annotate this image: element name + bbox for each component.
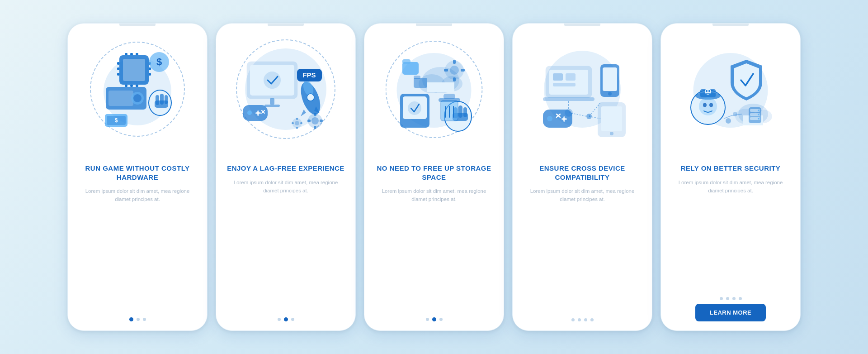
svg-rect-67 <box>461 69 465 72</box>
card-4-body: Lorem ipsum dolor sit dim amet, mea regi… <box>524 187 641 204</box>
svg-rect-48 <box>314 113 316 116</box>
svg-rect-8 <box>125 53 127 55</box>
card-5-dots <box>720 297 742 300</box>
svg-point-115 <box>708 90 710 92</box>
dot-1 <box>426 318 429 321</box>
svg-rect-9 <box>130 53 133 55</box>
svg-rect-61 <box>427 82 454 92</box>
dot-2 <box>578 318 581 321</box>
svg-point-53 <box>295 121 299 125</box>
svg-rect-64 <box>453 60 456 64</box>
card-5-body: Lorem ipsum dolor sit dim amet, mea regi… <box>672 178 789 195</box>
svg-rect-4 <box>117 73 119 76</box>
svg-point-101 <box>547 116 552 121</box>
svg-rect-1 <box>123 59 145 81</box>
card-4-content: ENSURE CROSS DEVICE COMPATIBILITY Lorem … <box>513 159 652 330</box>
svg-point-113 <box>705 88 711 95</box>
card-4-illustration <box>513 24 652 159</box>
svg-rect-70 <box>414 78 427 88</box>
svg-point-41 <box>307 94 314 101</box>
learn-more-button[interactable]: LEARN MORE <box>695 304 766 321</box>
dot-3 <box>143 318 146 321</box>
svg-point-94 <box>608 92 612 96</box>
svg-point-128 <box>758 114 760 115</box>
svg-point-30 <box>264 72 280 88</box>
card-1-content: RUN GAME WITHOUT COSTLY HARDWARE Lorem i… <box>68 159 207 330</box>
dot-3 <box>732 297 736 300</box>
card-3-title: NO NEED TO FREE UP STORAGE SPACE <box>375 164 493 182</box>
svg-rect-88 <box>543 97 594 101</box>
svg-point-118 <box>709 103 713 107</box>
svg-rect-91 <box>553 83 576 86</box>
svg-rect-36 <box>255 112 261 114</box>
svg-point-117 <box>703 103 707 107</box>
svg-text:$: $ <box>156 56 162 67</box>
svg-rect-65 <box>453 77 456 81</box>
card-1-illustration: $ $ <box>68 24 207 159</box>
card-2-illustration: FPS <box>216 24 355 159</box>
dot-2 <box>137 318 140 321</box>
svg-rect-69 <box>402 59 410 64</box>
svg-text:FPS: FPS <box>302 71 316 79</box>
dot-2 <box>284 317 288 321</box>
svg-text:$: $ <box>115 117 118 124</box>
dot-4 <box>590 318 594 321</box>
svg-rect-71 <box>414 76 420 79</box>
dot-2 <box>432 317 436 321</box>
svg-rect-105 <box>561 118 567 120</box>
svg-point-34 <box>247 110 252 115</box>
dot-4 <box>739 297 742 300</box>
dot-3 <box>291 318 294 321</box>
svg-rect-7 <box>149 73 151 76</box>
dot-1 <box>129 317 133 321</box>
card-2-title: ENJOY A LAG-FREE EXPERIENCE <box>227 164 344 173</box>
svg-rect-50 <box>307 120 311 122</box>
card-2-content: ENJOY A LAG-FREE EXPERIENCE Lorem ipsum … <box>216 159 355 330</box>
card-5-title: RELY ON BETTER SECURITY <box>681 164 781 173</box>
dot-3 <box>584 318 587 321</box>
card-1-dots <box>129 317 146 321</box>
svg-rect-49 <box>314 126 316 129</box>
svg-point-131 <box>733 112 737 116</box>
cards-container: $ $ RUN GAME WITHOUT COSTLY HARDWA <box>58 14 810 340</box>
svg-point-19 <box>133 94 142 102</box>
dot-1 <box>720 297 723 300</box>
card-storage: NO NEED TO FREE UP STORAGE SPACE Lorem i… <box>364 23 504 331</box>
svg-point-63 <box>450 66 459 75</box>
svg-rect-32 <box>264 105 280 107</box>
svg-rect-11 <box>125 85 127 87</box>
svg-point-129 <box>758 118 760 120</box>
svg-rect-93 <box>603 67 617 91</box>
svg-rect-82 <box>443 94 455 99</box>
card-3-body: Lorem ipsum dolor sit dim amet, mea regi… <box>375 187 493 204</box>
card-security: RELY ON BETTER SECURITY Lorem ipsum dolo… <box>660 23 801 331</box>
card-2-body: Lorem ipsum dolor sit dim amet, mea regi… <box>227 178 344 195</box>
svg-rect-2 <box>117 62 119 65</box>
card-3-content: NO NEED TO FREE UP STORAGE SPACE Lorem i… <box>364 159 504 330</box>
svg-rect-51 <box>320 120 323 122</box>
card-5-illustration <box>661 24 800 159</box>
svg-rect-96 <box>601 106 622 131</box>
card-hardware: $ $ RUN GAME WITHOUT COSTLY HARDWA <box>67 23 208 331</box>
card-3-dots <box>426 317 443 321</box>
card-4-title: ENSURE CROSS DEVICE COMPATIBILITY <box>524 164 641 182</box>
card-1-body: Lorem ipsum dolor sit dim amet, mea regi… <box>79 187 196 204</box>
svg-rect-66 <box>444 69 448 72</box>
card-4-dots <box>571 318 594 321</box>
svg-rect-68 <box>402 62 419 75</box>
card-3-illustration <box>364 24 504 159</box>
svg-point-114 <box>706 90 708 92</box>
svg-rect-31 <box>270 98 274 105</box>
card-lagfree: FPS ENJOY A LAG-FREE EXPERIENCE Lorem ip… <box>216 23 356 331</box>
svg-rect-89 <box>553 73 563 81</box>
svg-rect-6 <box>149 67 151 70</box>
svg-rect-17 <box>108 91 133 106</box>
svg-point-47 <box>311 117 319 124</box>
svg-rect-56 <box>292 122 294 124</box>
svg-rect-24 <box>155 100 168 108</box>
svg-marker-42 <box>301 110 306 116</box>
svg-rect-13 <box>136 85 138 87</box>
card-compatibility: ENSURE CROSS DEVICE COMPATIBILITY Lorem … <box>512 23 652 331</box>
svg-rect-12 <box>130 85 133 87</box>
card-5-content: RELY ON BETTER SECURITY Lorem ipsum dolo… <box>661 159 800 330</box>
